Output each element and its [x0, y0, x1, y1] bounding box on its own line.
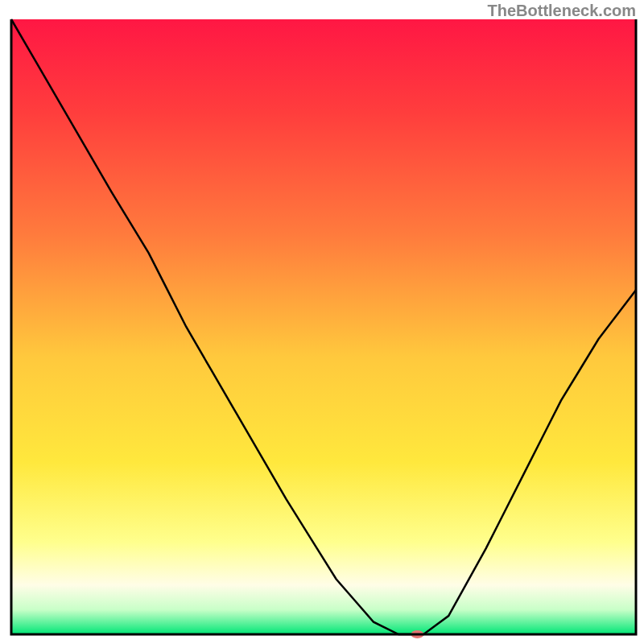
plot-background: [11, 19, 636, 634]
chart-container: TheBottleneck.com: [0, 0, 644, 644]
watermark-text: TheBottleneck.com: [488, 2, 636, 20]
bottleneck-chart: [0, 0, 644, 644]
